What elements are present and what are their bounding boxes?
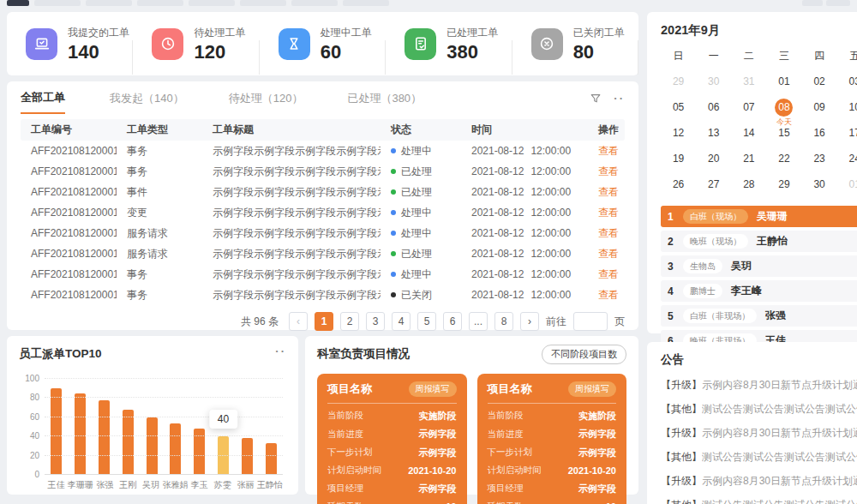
table-row[interactable]: AFF202108120001 事务 示例字段示例字段示例字段示例字段示例字段 … [21,285,625,305]
table-row[interactable]: AFF202108120001 服务请求 示例字段示例字段示例字段示例字段示例字… [21,243,625,264]
top-tab[interactable] [291,0,338,6]
view-link[interactable]: 查看 [598,268,619,280]
calendar-day[interactable]: 07 [731,99,766,117]
bar[interactable] [170,423,181,475]
next-page-button[interactable]: › [520,312,539,331]
workorder-tab[interactable]: 待处理（120） [229,91,303,113]
bar[interactable] [123,410,134,475]
calendar-day[interactable]: 14 [731,124,766,142]
calendar-day[interactable]: 16 [802,124,837,142]
calendar-day[interactable]: 31 [731,73,766,91]
goto-page-input[interactable] [573,312,608,331]
calendar-day[interactable]: 05 [661,99,696,117]
top-tab-active[interactable] [7,0,29,6]
shift-row[interactable]: 3 生物岛 吴玥 [661,255,857,277]
calendar-day[interactable]: 06 [696,99,731,117]
top-tab[interactable] [34,0,81,6]
calendar-day[interactable]: 13 [696,124,731,142]
announcement-item[interactable]: 【升级】 示例内容8月30日新节点升级计划通知 [661,474,857,489]
calendar-day[interactable]: 01 [766,73,801,91]
top-tab[interactable] [240,0,286,6]
view-link[interactable]: 查看 [598,186,619,198]
shift-row[interactable]: 2 晚班（现场） 王静怡 [661,231,857,252]
calendar-day[interactable]: 27 [696,176,731,194]
stat-text: 待处理工单 120 [194,26,245,62]
calendar-day[interactable]: 23 [802,150,837,168]
bar[interactable] [51,388,62,475]
announcement-item[interactable]: 【其他】 测试公告测试公告测试公告测试公告测试公告 [661,402,857,417]
more-icon[interactable]: ·· [275,345,286,357]
view-link[interactable]: 查看 [598,289,619,301]
project-card[interactable]: 项目名称 周报填写 当前阶段 实施阶段 当前进度 [317,374,467,504]
table-row[interactable]: AFF202108120001 变更 示例字段示例字段示例字段示例字段示例字段 … [21,202,625,223]
calendar-day[interactable]: 24 [837,150,857,168]
page-button[interactable]: 1 [315,312,333,331]
calendar-day[interactable]: 10 [837,99,857,117]
calendar-day[interactable]: 09 [802,99,837,117]
weekly-report-button[interactable]: 周报填写 [568,381,616,397]
announcement-item[interactable]: 【其他】 测试公告测试公告测试公告测试公告测试公告 [661,450,857,465]
window-control[interactable] [802,0,823,6]
view-link[interactable]: 查看 [598,248,619,260]
table-row[interactable]: AFF202108120001 事件 示例字段示例字段示例字段示例字段示例字段 … [21,182,625,202]
calendar-day[interactable]: 15 [766,124,801,142]
page-button[interactable]: 3 [366,312,385,331]
page-button[interactable]: ... [469,312,488,331]
calendar-day[interactable]: 19 [661,150,696,168]
page-button[interactable]: 5 [417,312,436,331]
announcement-item[interactable]: 【其他】 测试公告测试公告测试公告测试公告测试公告 [661,498,857,504]
announcement-item[interactable]: 【升级】 示例内容8月30日新节点升级计划通知 [661,426,857,441]
stat-item: 处理中工单 60 [260,26,386,62]
bar[interactable] [147,417,158,475]
calendar-day[interactable]: 30 [696,73,731,91]
bar[interactable] [242,438,253,475]
announcement-item[interactable]: 【升级】 示例内容8月30日新节点升级计划通知 [661,378,857,393]
calendar-day[interactable]: 02 [802,73,837,91]
shift-row[interactable]: 5 白班（非现场） 张强 [661,305,857,327]
page-button[interactable]: 8 [494,312,513,331]
window-control[interactable] [826,0,850,6]
calendar-day[interactable]: 20 [696,150,731,168]
prev-page-button[interactable]: ‹ [289,312,308,331]
page-button[interactable]: 4 [392,312,411,331]
calendar-day[interactable]: 28 [731,176,766,194]
view-link[interactable]: 查看 [598,165,619,177]
bar[interactable] [75,393,86,475]
bar[interactable] [266,443,277,475]
weekly-report-button[interactable]: 周报填写 [409,381,457,397]
calendar-day[interactable]: 29 [661,73,696,91]
calendar-day[interactable]: 29 [766,176,801,194]
table-row[interactable]: AFF202108120001 事务 示例字段示例字段示例字段示例字段示例字段 … [21,141,625,161]
calendar-day[interactable]: 01 [837,176,857,194]
calendar-day[interactable]: 26 [661,176,696,194]
page-button[interactable]: 2 [340,312,359,331]
more-icon[interactable]: ·· [614,92,625,105]
bar[interactable] [99,400,110,475]
calendar-day[interactable]: 21 [731,150,766,168]
view-link[interactable]: 查看 [598,207,619,219]
filter-icon[interactable] [590,93,602,105]
shift-row[interactable]: 1 白班（现场） 吴珊珊 [661,206,857,227]
calendar-day[interactable]: 12 [661,124,696,142]
calendar-day[interactable]: 08 今天 [766,99,801,117]
calendar-day[interactable]: 03 [837,73,857,91]
stage-count-button[interactable]: 不同阶段项目数 [542,345,626,364]
top-tab[interactable] [343,0,389,6]
top-tab[interactable] [137,0,183,6]
shift-row[interactable]: 4 鹏博士 李王峰 [661,280,857,302]
workorder-tab[interactable]: 我发起（140） [110,91,184,113]
table-row[interactable]: AFF202108120001 事务 示例字段示例字段示例字段示例字段示例字段 … [21,264,625,285]
table-row[interactable]: AFF202108120001 事务 示例字段示例字段示例字段示例字段示例字段 … [21,161,625,182]
calendar-day[interactable]: 30 [802,176,837,194]
view-link[interactable]: 查看 [598,145,619,157]
view-link[interactable]: 查看 [598,227,619,239]
calendar-day[interactable]: 17 [837,124,857,142]
workorder-tab[interactable]: 全部工单 [21,90,65,114]
page-button[interactable]: 6 [443,312,462,331]
calendar-day[interactable]: 22 [766,150,801,168]
top-tab[interactable] [86,0,132,6]
table-row[interactable]: AFF202108120001 服务请求 示例字段示例字段示例字段示例字段示例字… [21,223,625,243]
project-card[interactable]: 项目名称 周报填写 当前阶段 实施阶段 当前进度 [477,374,627,504]
workorder-tab[interactable]: 已处理（380） [347,91,422,113]
top-tab[interactable] [189,0,235,6]
